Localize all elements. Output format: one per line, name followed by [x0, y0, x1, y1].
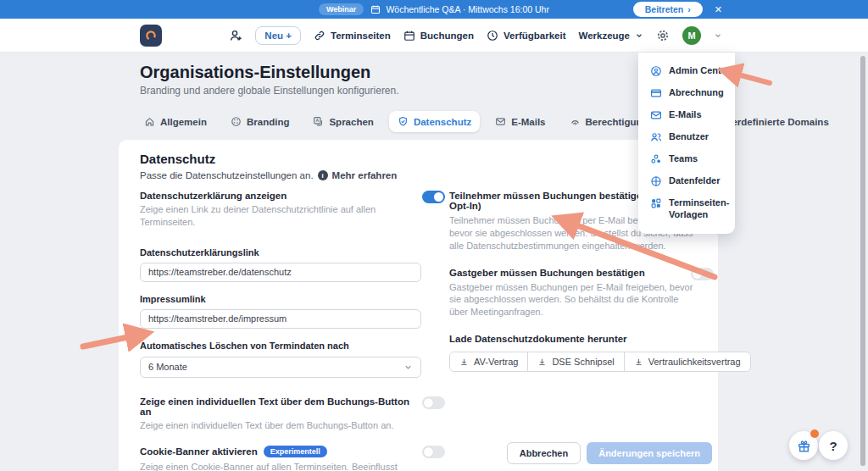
save-changes-button[interactable]: Änderungen speichern	[587, 442, 712, 464]
tab-sprachen[interactable]: A Sprachen	[304, 111, 381, 132]
download-button-group: AV-Vertrag DSE Schnipsel Vertraulichkeit…	[449, 352, 751, 372]
cookie-toggle-desc: Zeige einen Cookie-Banner auf allen Term…	[140, 461, 411, 471]
main-nav: Neu + Terminseiten Buchungen Verfügbarke…	[0, 19, 868, 53]
privacy-toggle[interactable]	[422, 191, 445, 203]
privacy-link-label: Datenschutzerklärungslink	[140, 247, 421, 258]
nav-item-verfuegbarkeit[interactable]: Verfügbarkeit	[487, 30, 566, 42]
link-icon	[314, 30, 326, 42]
settings-dropdown-menu: Admin Center Abrechnung E-Mails Benutzer…	[638, 53, 735, 234]
nav-item-buchungen[interactable]: Buchungen	[403, 30, 474, 42]
chevron-down-icon[interactable]	[714, 31, 722, 40]
shield-check-icon	[398, 116, 409, 127]
auto-delete-label: Automatisches Löschen von Termindaten na…	[140, 341, 421, 351]
menu-item-admin-center[interactable]: Admin Center	[638, 60, 735, 82]
download-icon	[537, 357, 547, 367]
calendar-icon	[403, 30, 415, 42]
info-icon: i	[318, 170, 328, 180]
notification-dot	[810, 429, 819, 438]
page-subtitle: Branding und andere globale Einstellunge…	[140, 85, 399, 97]
datenschutz-card: Datenschutz Passe die Datenschutzeinstel…	[119, 140, 718, 471]
palette-icon	[231, 116, 242, 127]
host-confirm-desc: Gastgeber müssen Buchungen per E-Mail fr…	[449, 281, 695, 319]
section-subtitle: Passe die Datenschutzeinstellungen an. i…	[140, 170, 397, 180]
tab-branding[interactable]: Branding	[222, 111, 298, 132]
cancel-button[interactable]: Abbrechen	[507, 442, 581, 464]
download-icon	[459, 357, 469, 367]
cookie-toggle-label: Cookie-Banner aktivieren	[140, 446, 258, 457]
menu-item-abrechnung[interactable]: Abrechnung	[638, 82, 735, 104]
add-person-icon[interactable]	[229, 29, 242, 42]
nav-item-terminseiten[interactable]: Terminseiten	[314, 30, 391, 42]
help-button[interactable]: ?	[819, 431, 848, 460]
data-fields-icon	[650, 175, 662, 187]
calendar-icon	[370, 4, 381, 14]
download-dse-schnipsel-button[interactable]: DSE Schnipsel	[528, 352, 624, 371]
gear-icon[interactable]	[656, 29, 670, 42]
menu-item-emails[interactable]: E-Mails	[638, 104, 735, 126]
cookie-banner-toggle[interactable]	[422, 446, 445, 458]
privacy-toggle-label: Datenschutzerklärung anzeigen	[140, 191, 421, 201]
home-icon	[144, 116, 155, 127]
close-banner-icon[interactable]: ✕	[715, 2, 722, 17]
host-confirm-toggle[interactable]	[691, 268, 714, 280]
webinar-banner: Webinar Wöchentliche Q&A · Mittwochs 16:…	[0, 0, 868, 19]
webinar-title-text: Wöchentliche Q&A · Mittwochs 16:00 Uhr	[386, 4, 549, 14]
clock-icon	[487, 30, 498, 42]
translate-icon: A	[313, 116, 324, 127]
custom-text-toggle-desc: Zeige einen individuellen Text über dem …	[140, 419, 394, 432]
tab-allgemein[interactable]: Allgemein	[136, 111, 215, 132]
privacy-link-input[interactable]	[140, 263, 421, 282]
left-column: Datenschutzerklärung anzeigen Zeige eine…	[140, 191, 421, 471]
imprint-link-label: Impressumlink	[140, 294, 421, 304]
nav-item-werkzeuge[interactable]: Werkzeuge	[578, 30, 643, 41]
tab-datenschutz[interactable]: Datenschutz	[389, 111, 480, 132]
documents-label: Lade Datenschutzdokumente herunter	[449, 334, 704, 344]
menu-item-datenfelder[interactable]: Datenfelder	[638, 170, 735, 192]
whats-new-button[interactable]	[789, 431, 818, 460]
admin-icon	[650, 65, 662, 77]
templates-grid-icon	[650, 197, 662, 209]
envelope-icon	[650, 109, 662, 121]
learn-more-link[interactable]: Mehr erfahren	[332, 170, 398, 180]
teams-icon	[650, 153, 662, 165]
privacy-toggle-desc: Zeige einen Link zu deiner Datenschutzri…	[140, 203, 394, 229]
page-scrollbar[interactable]	[860, 56, 865, 466]
download-vertraulichkeitsvertrag-button[interactable]: Vertraulichkeitsvertrag	[625, 352, 750, 371]
custom-text-toggle[interactable]	[422, 396, 445, 409]
credit-card-icon	[650, 87, 662, 99]
users-icon	[650, 131, 662, 143]
tab-emails[interactable]: E-Mails	[487, 111, 554, 132]
menu-item-benutzer[interactable]: Benutzer	[638, 126, 735, 148]
app-logo[interactable]	[140, 25, 162, 47]
webinar-title: Wöchentliche Q&A · Mittwochs 16:00 Uhr	[370, 4, 549, 14]
card-footer: Abbrechen Änderungen speichern	[507, 442, 712, 464]
fingerprint-icon	[570, 116, 581, 127]
svg-text:A: A	[316, 118, 320, 123]
host-confirm-label: Gastgeber müssen Buchungen bestätigen	[449, 268, 704, 278]
download-icon	[634, 357, 643, 367]
menu-item-terminseiten-vorlagen[interactable]: Terminseiten-Vorlagen	[638, 192, 735, 226]
menu-item-teams[interactable]: Teams	[638, 148, 735, 170]
webinar-badge: Webinar	[319, 3, 364, 15]
chevron-down-icon	[403, 363, 413, 372]
new-button[interactable]: Neu +	[255, 26, 301, 45]
chevron-down-icon	[635, 31, 643, 40]
section-title: Datenschutz	[140, 152, 215, 166]
auto-delete-select[interactable]: 6 Monate	[140, 357, 421, 378]
download-av-vertrag-button[interactable]: AV-Vertrag	[450, 352, 528, 371]
page-title: Organisations-Einstellungen	[140, 63, 370, 82]
imprint-link-input[interactable]	[140, 309, 421, 329]
custom-text-toggle-label: Zeige einen individuellen Text über dem …	[140, 396, 421, 417]
gift-icon	[797, 439, 811, 453]
experimental-badge: Experimentell	[264, 446, 327, 457]
envelope-icon	[495, 116, 506, 127]
avatar[interactable]: M	[682, 26, 701, 45]
join-webinar-button[interactable]: Beitreten›	[633, 2, 703, 17]
